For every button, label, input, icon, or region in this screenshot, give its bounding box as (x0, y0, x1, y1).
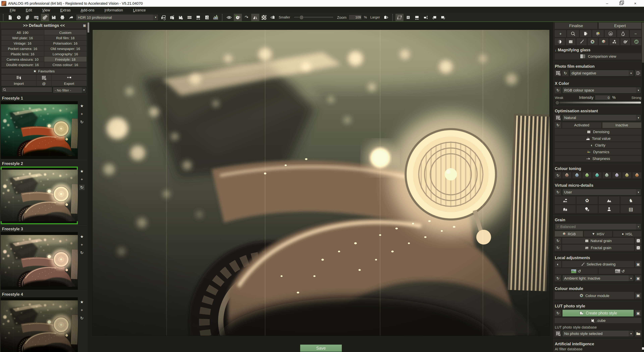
optimisation-refresh-button[interactable]: ↻ (555, 122, 561, 128)
clarity-row[interactable]: ◐ Clarity (555, 142, 641, 148)
natural-grain-dice-button[interactable] (635, 238, 641, 244)
ambient-expand-button[interactable]: ▣ (635, 275, 641, 281)
lut-expand-button[interactable]: ▣ (635, 310, 641, 316)
retouch-tool-button[interactable] (620, 38, 630, 45)
category-all[interactable]: All: 190 (1, 30, 44, 35)
optimisation-tool-button[interactable] (605, 30, 616, 37)
dynamics-row[interactable]: Dynamics (555, 149, 641, 155)
resize-height-button[interactable] (422, 13, 430, 21)
intensity-value[interactable]: 0 (595, 95, 611, 100)
category-roll-film[interactable]: Roll film: 18 (44, 35, 86, 40)
right-panel-scrollbar[interactable] (642, 22, 644, 352)
preset-search-input[interactable] (6, 87, 52, 92)
favourite-star-icon[interactable]: ★ (79, 234, 84, 239)
save-button[interactable]: Save (300, 344, 342, 352)
filter-dropdown[interactable]: - No filter - ▼ (53, 87, 86, 93)
micro-preset-document-button[interactable]: ▤ (620, 205, 642, 213)
activated-button[interactable]: Activated (562, 122, 601, 128)
menu-view[interactable]: View (37, 8, 55, 12)
micro-preset-horse-button[interactable]: ♞ (620, 196, 642, 204)
export-label[interactable]: Export (52, 81, 86, 86)
intensity-slider[interactable] (555, 101, 641, 104)
menu-file[interactable]: File (5, 8, 21, 12)
preset-thumbnail-image[interactable] (1, 232, 78, 290)
preset-dropdown[interactable]: HDR 10 professional ▼ (76, 14, 159, 21)
category-polarisation[interactable]: Polarisation: 16 (44, 40, 86, 45)
film-emulation-dropdown[interactable]: digital negative ▼ (570, 70, 634, 76)
create-photo-style-button[interactable]: Create photo style (562, 310, 634, 317)
micro-details-refresh-button[interactable]: ↻ (555, 189, 561, 195)
add-icon[interactable]: + (79, 242, 84, 247)
x-color-tool-button[interactable] (592, 30, 604, 37)
flip-horizontal-button[interactable] (251, 13, 259, 21)
category-old-newspaper[interactable]: Old newspaper: 16 (44, 46, 86, 51)
fractal-grain-refresh-button[interactable]: ↻ (555, 245, 561, 251)
left-panel-scrollbar[interactable] (88, 22, 89, 352)
add-icon[interactable]: + (79, 177, 84, 182)
category-plastic-lens[interactable]: Plastic lens: 16 (1, 51, 44, 56)
transparency-button[interactable] (260, 13, 268, 21)
save-as-button[interactable] (177, 13, 185, 21)
zoom-value-input[interactable] (348, 14, 362, 20)
colour-module-tool-button[interactable] (588, 38, 598, 45)
preset-thumbnail-image[interactable] (1, 101, 78, 159)
refresh-icon[interactable]: ↻ (79, 119, 84, 125)
compare-original-button[interactable] (234, 13, 242, 21)
category-camera-obscura[interactable]: Camera obscura: 10 (1, 57, 44, 62)
optimisation-grid-search-button[interactable] (555, 115, 561, 121)
lut-grid-search-button[interactable] (555, 331, 561, 337)
micro-preset-person-button[interactable] (598, 205, 620, 213)
restore-button[interactable] (618, 1, 624, 6)
fractal-grain-button[interactable]: Fractal grain (562, 245, 634, 251)
ai-tool-button[interactable] (610, 38, 619, 45)
popout-icon[interactable]: ▣ (83, 24, 86, 27)
lut-folder-button[interactable] (635, 331, 641, 337)
colour-module-expand-button[interactable]: ▣ (635, 293, 641, 299)
rotate-right-button[interactable] (439, 13, 447, 21)
magnifier-tool-button[interactable] (567, 30, 579, 37)
favourite-star-icon[interactable]: ★ (79, 299, 84, 305)
zoom-slider-handle[interactable] (299, 15, 304, 20)
refresh-icon[interactable]: ↻ (79, 316, 84, 321)
colour-module-button[interactable]: Colour module (555, 292, 634, 299)
micro-preset-flower-button[interactable]: ✿ (577, 196, 598, 204)
toning-droplet-sage[interactable] (602, 172, 611, 178)
grain-dropdown[interactable]: ∵ Balanced ▼ (555, 223, 641, 230)
histogram-button[interactable] (212, 13, 220, 21)
menu-information[interactable]: Information (100, 8, 128, 12)
resize-width-button[interactable] (413, 13, 421, 21)
gradient-mask-green-button[interactable]: ↺ (555, 268, 598, 274)
toning-droplet-green[interactable] (582, 172, 591, 178)
category-vintage[interactable]: Vintage: 16 (1, 40, 44, 45)
menu-edit[interactable]: Edit (21, 8, 37, 12)
film-transfer-button[interactable] (635, 70, 641, 76)
colour-toning-tool-button[interactable] (617, 30, 629, 37)
gradient-mask-grey-button[interactable]: ↺ (598, 268, 641, 274)
tab-expert[interactable]: Expert (599, 22, 641, 29)
grain-hsv-button[interactable]: ▼HSV (584, 231, 612, 237)
favourites-button[interactable]: ★ Favourites (1, 68, 86, 74)
toning-droplet-orange[interactable] (632, 172, 641, 178)
menu-extras[interactable]: Extras (55, 8, 76, 12)
lut-refresh-button[interactable]: ↻ (555, 310, 561, 316)
fit-width-button[interactable] (194, 13, 202, 21)
add-icon[interactable]: + (79, 308, 84, 313)
refresh-icon[interactable]: ↻ (79, 185, 84, 190)
micro-preset-buildings-button[interactable] (555, 205, 576, 213)
denoising-row[interactable]: Denoising (555, 129, 641, 135)
category-lomography[interactable]: Lomography: 16 (44, 51, 86, 56)
tonal-value-row[interactable]: Tonal value (555, 135, 641, 141)
remove-module-button[interactable]: − (630, 30, 641, 37)
transform-button[interactable] (396, 13, 404, 21)
export-icon-button[interactable] (52, 75, 86, 80)
print-button[interactable] (58, 13, 66, 21)
cube-export-button[interactable]: .cube (555, 318, 641, 323)
default-settings-header[interactable]: >> Default settings << ▣ (1, 22, 87, 28)
toning-droplet-blue[interactable] (572, 172, 581, 178)
micro-preset-mountain-button[interactable] (598, 196, 620, 204)
toning-droplet-violet[interactable] (613, 172, 621, 178)
monitor-sync-button[interactable] (159, 13, 167, 21)
new-file-button[interactable] (6, 13, 14, 21)
crop-button[interactable] (404, 13, 412, 21)
xcolor-dropdown[interactable]: RGB colour space ▼ (562, 87, 641, 93)
